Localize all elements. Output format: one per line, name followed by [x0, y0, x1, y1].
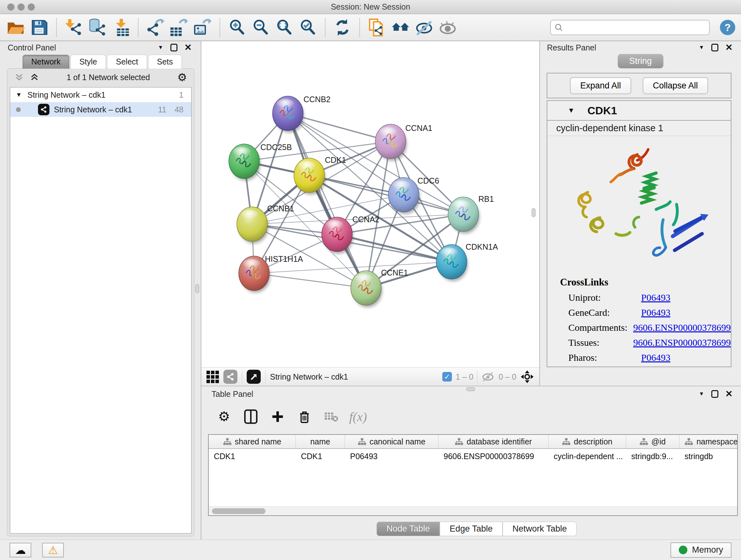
tab-network-table[interactable]: Network Table — [502, 522, 577, 536]
open-session-button[interactable] — [6, 17, 25, 38]
column-header-database-identifier[interactable]: database identifier — [439, 435, 549, 448]
table-options-gear-icon[interactable]: ⚙ — [215, 408, 232, 425]
table-panel-close-icon[interactable]: ✕ — [725, 389, 733, 398]
crosslink-link[interactable]: P06493 — [641, 352, 670, 363]
crosslink-link[interactable]: P06493 — [641, 292, 670, 303]
control-panel-title: Control Panel — [8, 43, 56, 52]
network-graph[interactable]: CCNB2CCNA1CDC25BCDK1CDC6RB1CCNB1CCNA2CDK… — [201, 41, 539, 368]
table-panel-menu-icon[interactable]: ▼ — [699, 391, 704, 397]
network-row[interactable]: String Network – cdk1 11 48 — [10, 102, 191, 117]
warnings-button[interactable]: ⚠ — [42, 543, 64, 557]
collapse-all-button[interactable]: Collapse All — [643, 77, 708, 94]
column-header-canonical-name[interactable]: canonical name — [345, 435, 439, 448]
first-neighbors-button[interactable] — [391, 17, 410, 38]
table-horizontal-scrollbar[interactable] — [209, 506, 737, 515]
column-header--id[interactable]: @id — [626, 435, 679, 448]
control-panel-float-icon[interactable] — [171, 44, 178, 51]
delete-column-icon[interactable] — [296, 408, 313, 425]
network-collection-row[interactable]: ▼ String Network – cdk1 1 — [10, 87, 191, 102]
right-splitter-grip[interactable] — [532, 208, 536, 217]
table-panel-float-icon[interactable] — [711, 390, 718, 398]
network-tab-content: 1 of 1 Network selected ⚙ ▼ String Netwo… — [7, 68, 194, 537]
zoom-selected-button[interactable] — [298, 17, 318, 38]
tab-sets[interactable]: Sets — [148, 55, 182, 69]
show-columns-icon[interactable] — [242, 408, 259, 425]
toolbar-separator — [56, 18, 57, 37]
import-network-from-database-button[interactable] — [87, 17, 107, 38]
tab-node-table[interactable]: Node Table — [377, 522, 440, 536]
results-panel-float-icon[interactable] — [711, 44, 718, 51]
scrollbar-thumb[interactable] — [212, 508, 266, 514]
cloud-services-button[interactable]: ☁ — [10, 543, 31, 557]
network-node-CCNB2[interactable] — [273, 96, 303, 131]
column-header-namespace[interactable]: namespace — [679, 435, 737, 448]
search-icon — [555, 23, 563, 32]
zoom-fit-content-button[interactable] — [274, 17, 294, 38]
table-cell-namespace: stringdb — [679, 449, 737, 463]
control-panel-menu-icon[interactable]: ▼ — [158, 44, 163, 51]
network-canvas[interactable]: CCNB2CCNA1CDC25BCDK1CDC6RB1CCNB1CCNA2CDK… — [201, 41, 539, 386]
main-toolbar: ? — [0, 14, 741, 41]
results-panel-menu-icon[interactable]: ▼ — [699, 44, 704, 51]
hide-selected-button[interactable] — [414, 17, 434, 38]
network-view-toolbar: String Network – cdk1 ✓ 1 – 0 0 – 0 — [201, 368, 539, 386]
memory-label: Memory — [692, 545, 723, 555]
crosslinks-section: CrossLinks Uniprot:P06493GeneCard:P06493… — [547, 271, 731, 363]
show-all-button[interactable] — [438, 17, 458, 38]
export-image-button[interactable] — [193, 17, 212, 38]
table-panel: Table Panel ▼ ✕ ⚙ f(x) shared namenameca… — [201, 386, 741, 540]
left-splitter-grip[interactable] — [195, 284, 199, 293]
control-panel-close-icon[interactable]: ✕ — [185, 43, 192, 52]
cytoscape-window: { "window": { "title": "Session: New Ses… — [0, 0, 741, 560]
network-node-CCNA2[interactable] — [322, 217, 352, 252]
export-network-button[interactable] — [145, 17, 165, 38]
tab-style[interactable]: Style — [71, 55, 106, 69]
crosslink-link[interactable]: 9606.ENSP00000378699 — [633, 337, 731, 348]
zoom-out-button[interactable] — [251, 17, 271, 38]
column-header-description[interactable]: description — [549, 435, 626, 448]
help-button[interactable]: ? — [720, 20, 735, 35]
collection-expand-icon[interactable]: ▼ — [15, 91, 23, 98]
title-bar: Session: New Session — [0, 0, 741, 14]
expand-all-button[interactable]: Expand All — [570, 77, 631, 94]
save-session-button[interactable] — [29, 17, 49, 38]
network-node-CDKN1A[interactable] — [436, 245, 467, 279]
network-node-CDC25B[interactable] — [229, 144, 259, 179]
network-node-CDC6[interactable] — [388, 178, 419, 212]
network-node-CCNB1[interactable] — [237, 207, 267, 241]
network-node-CCNE1[interactable] — [351, 271, 381, 305]
tab-edge-table[interactable]: Edge Table — [440, 522, 502, 536]
network-node-CDK1[interactable] — [294, 158, 325, 192]
tab-select[interactable]: Select — [107, 55, 147, 69]
network-node-RB1[interactable] — [448, 197, 479, 232]
import-network-from-file-button[interactable] — [64, 17, 84, 38]
network-options-gear-icon[interactable]: ⚙ — [178, 72, 187, 83]
export-table-button[interactable] — [169, 17, 189, 38]
pan-move-icon[interactable] — [520, 370, 534, 384]
node-details-collapse-icon[interactable]: ▼ — [568, 106, 575, 115]
expand-all-networks-icon[interactable] — [30, 72, 39, 82]
network-share-view-icon[interactable] — [223, 370, 238, 384]
network-node-CCNA1[interactable] — [375, 124, 406, 159]
import-table-button[interactable] — [111, 17, 131, 38]
new-network-from-selection-button[interactable] — [367, 17, 387, 38]
bottom-splitter-grip[interactable] — [466, 387, 475, 391]
results-panel-close-icon[interactable]: ✕ — [725, 43, 733, 52]
network-grid-view-icon[interactable] — [206, 371, 219, 383]
string-results-tab[interactable]: String — [618, 54, 664, 68]
results-actions: Expand All Collapse All — [547, 73, 731, 98]
collapse-all-networks-icon[interactable] — [14, 72, 24, 82]
column-header-shared-name[interactable]: shared name — [209, 435, 296, 448]
apply-layout-button[interactable] — [333, 17, 352, 38]
tab-network[interactable]: Network — [22, 55, 70, 69]
table-row[interactable]: CDK1CDK1P064939606.ENSP00000378699cyclin… — [209, 449, 737, 463]
birds-eye-view-icon[interactable] — [247, 370, 261, 384]
column-header-name[interactable]: name — [296, 435, 345, 448]
zoom-in-button[interactable] — [227, 17, 247, 38]
crosslink-link[interactable]: P06493 — [641, 307, 670, 318]
create-column-icon[interactable] — [269, 408, 286, 425]
selected-checkbox-icon[interactable]: ✓ — [442, 372, 452, 381]
search-input[interactable] — [565, 23, 705, 32]
crosslink-link[interactable]: 9606.ENSP00000378699 — [633, 322, 731, 333]
memory-button[interactable]: Memory — [670, 543, 731, 558]
